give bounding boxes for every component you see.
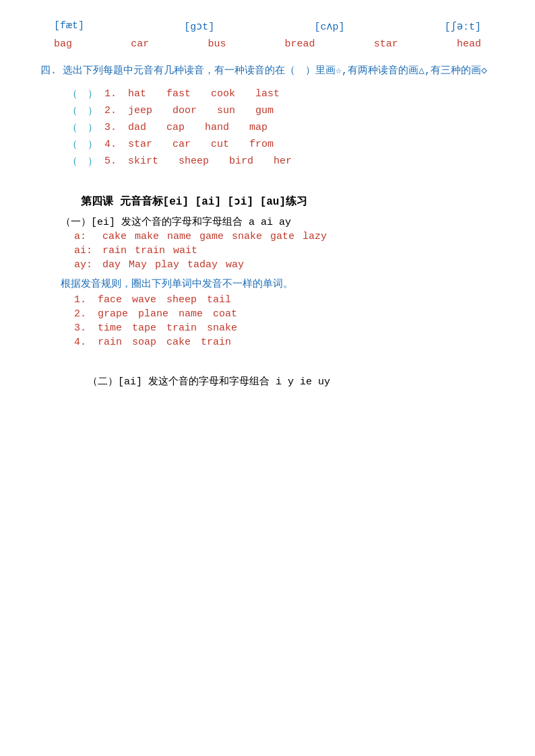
word-bread: bread [285,38,315,50]
word-bag: bag [54,38,72,50]
ay-w3: play [155,259,179,271]
subsection2: （二）[ai] 发这个音的字母和字母组合 i y ie uy [88,375,495,388]
num-1: 1. [104,88,121,100]
n4-w2: soap [132,337,156,348]
num-2: 2. [104,105,121,116]
ex5-w4: her [274,156,292,167]
words-1: hat fast cook last [128,88,280,100]
n3-w1: time [98,322,122,334]
ex2-w1: jeep [128,105,152,116]
words-4: star car cut from [128,139,274,150]
phonetic-row: [fæt] [gɔt] [cʌp] [ʃəːt] [40,20,495,33]
lesson-title: 第四课 元音音标[ei] [ai] [ɔi] [au]练习 [81,195,495,209]
ay-prefix: ay: [74,259,94,271]
section4-title: 四. 选出下列每题中元音有几种读音，有一种读音的在（ ）里画☆,有两种读音的画△… [40,63,495,79]
word-head: head [457,38,481,50]
ex1-w1: hat [128,88,146,100]
ai-line: ai: rain train wait [74,245,495,256]
phonetic-4: [ʃəːt] [445,20,481,33]
n2-w3: name [179,308,203,320]
exercise-row-5: （ ） 5. skirt sheep bird her [67,155,495,168]
n2-num: 2. [74,308,88,320]
phonetic-2: [gɔt] [184,20,214,33]
n1-w2: wave [132,294,156,306]
ex4-w1: star [128,139,152,150]
a-w5: snake [232,231,262,242]
paren-2: （ ） [67,104,98,117]
a-line: a: cake make name game snake gate lazy [74,231,495,242]
n1-w3: sheep [166,294,197,306]
ay-line: ay: day May play taday way [74,259,495,271]
phonetic-1: [fæt] [54,20,84,33]
n2-w2: plane [138,308,168,320]
numbered-line-4: 4. rain soap cake train [74,337,495,348]
word-row-top: bag car bus bread star head [40,38,495,50]
words-5: skirt sheep bird her [128,156,292,167]
n2-w1: grape [98,308,128,320]
ex1-w4: last [255,88,280,100]
n4-w3: cake [166,337,191,348]
paren-3: （ ） [67,121,98,134]
ex4-w4: from [249,139,274,150]
n3-w2: tape [132,322,156,334]
ex5-w3: bird [229,156,253,167]
ex2-w2: door [172,105,197,116]
exercise-row-1: （ ） 1. hat fast cook last [67,88,495,100]
exercise-grid: （ ） 1. hat fast cook last （ ） 2. jeep do… [67,88,495,168]
a-w7: lazy [303,231,327,242]
paren-5: （ ） [67,155,98,168]
subsection2-wrapper: （二）[ai] 发这个音的字母和字母组合 i y ie uy [67,375,495,388]
paren-4: （ ） [67,138,98,151]
ex4-w2: car [172,139,191,150]
phonetic-3: [cʌp] [315,20,345,33]
n1-num: 1. [74,294,88,306]
n3-num: 3. [74,322,88,334]
a-w2: make [135,231,159,242]
ex1-w2: fast [166,88,191,100]
ex5-w2: sheep [179,156,209,167]
word-star: star [374,38,398,50]
ay-w1: day [102,259,121,271]
n1-w1: face [98,294,122,306]
a-w4: game [199,231,224,242]
ai-w3: wait [173,245,197,256]
rule-text: 根据发音规则，圈出下列单词中发音不一样的单词。 [61,277,495,290]
ex4-w3: cut [211,139,229,150]
n4-w4: train [201,337,231,348]
words-2: jeep door sun gum [128,105,274,116]
ex2-w4: gum [255,105,274,116]
ay-w5: way [226,259,244,271]
word-car: car [131,38,149,50]
num-3: 3. [104,122,121,133]
ex3-w2: cap [166,122,185,133]
exercise-row-2: （ ） 2. jeep door sun gum [67,104,495,117]
ex3-w1: dad [128,122,146,133]
ay-w2: May [129,259,147,271]
n1-w4: tail [207,294,231,306]
n2-w4: coat [213,308,237,320]
ex1-w3: cook [211,88,235,100]
ex3-w4: map [249,122,268,133]
exercise-row-4: （ ） 4. star car cut from [67,138,495,151]
numbered-line-3: 3. time tape train snake [74,322,495,334]
num-5: 5. [104,156,121,167]
num-4: 4. [104,139,121,150]
ex5-w1: skirt [128,156,158,167]
words-3: dad cap hand map [128,122,268,133]
numbered-line-2: 2. grape plane name coat [74,308,495,320]
ai-prefix: ai: [74,245,94,256]
a-w6: gate [270,231,294,242]
ay-w4: taday [187,259,218,271]
ex2-w3: sun [217,105,235,116]
a-w3: name [167,231,191,242]
paren-1: （ ） [67,88,98,100]
n4-w1: rain [98,337,122,348]
ex3-w3: hand [205,122,229,133]
exercise-row-3: （ ） 3. dad cap hand map [67,121,495,134]
numbered-line-1: 1. face wave sheep tail [74,294,495,306]
a-prefix: a: [74,231,94,242]
ai-w1: rain [102,245,127,256]
n4-num: 4. [74,337,88,348]
subsection1: （一）[ei] 发这个音的字母和字母组合 a ai ay [61,215,495,228]
n3-w3: train [166,322,197,334]
